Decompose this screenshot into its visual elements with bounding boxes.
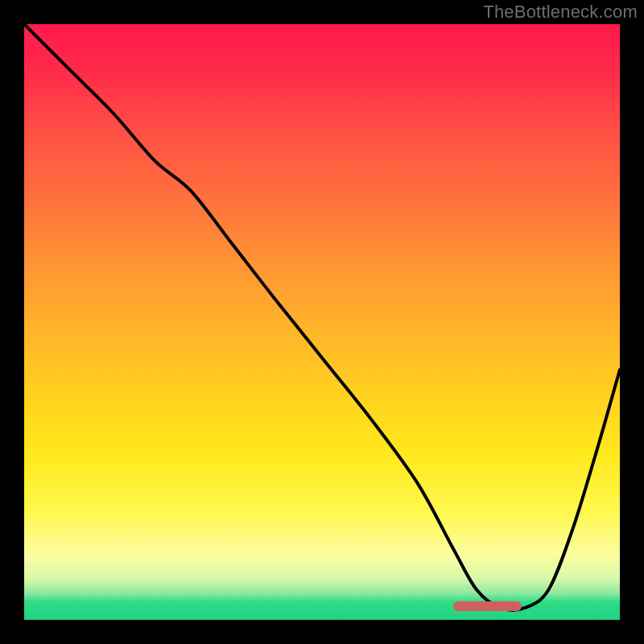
plot-area: [24, 24, 620, 620]
curve-path: [24, 24, 620, 610]
watermark-text: TheBottleneck.com: [483, 2, 638, 23]
chart-frame: TheBottleneck.com: [0, 0, 644, 644]
optimal-range-marker: [453, 601, 522, 611]
bottleneck-curve: [24, 24, 620, 620]
